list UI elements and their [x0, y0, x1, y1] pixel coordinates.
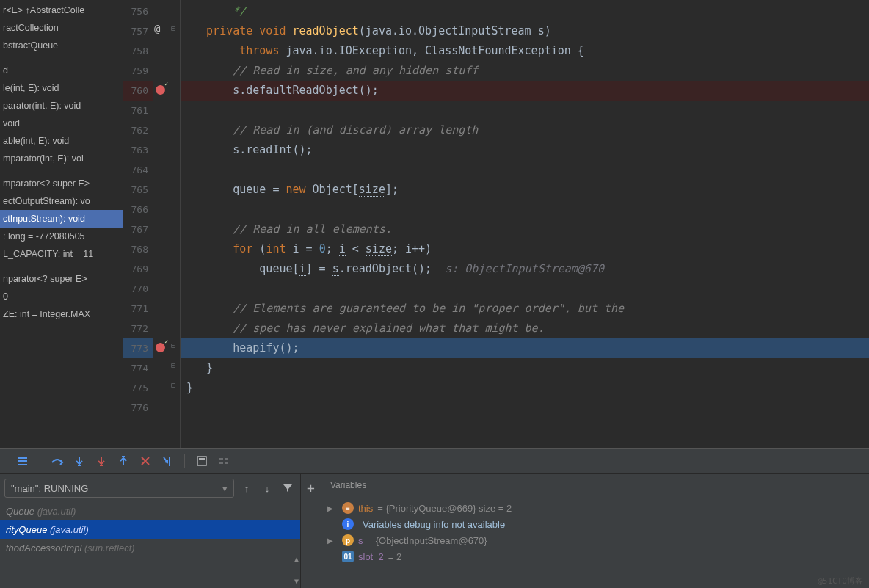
line-number[interactable]: 767 — [123, 219, 153, 239]
drop-frame-icon[interactable] — [136, 451, 155, 471]
structure-item[interactable]: 0 — [0, 288, 123, 305]
scroll-down-icon[interactable]: ▼ — [294, 577, 299, 585]
filter-frames-icon[interactable] — [280, 480, 296, 496]
variable-row[interactable]: 01slot_2 = 2 — [321, 548, 869, 565]
structure-item[interactable]: : long = -772080505 — [0, 228, 123, 245]
line-number[interactable]: 759 — [123, 61, 153, 81]
variable-row[interactable]: iVariables debug info not available — [321, 516, 869, 532]
line-number[interactable]: 758 — [123, 41, 153, 61]
fold-gutter[interactable]: ⊟⊟⊟⊟ — [169, 0, 181, 448]
expand-arrow-icon[interactable]: ▶ — [327, 504, 338, 512]
step-over-icon[interactable] — [48, 451, 67, 471]
frame-row-active[interactable]: rityQueue (java.util) — [0, 520, 300, 539]
trace-current-stream-chain-icon[interactable] — [214, 451, 233, 471]
structure-item[interactable]: mparator<? super E> — [0, 175, 123, 192]
debug-toolbar — [0, 448, 869, 474]
fold-toggle-icon[interactable]: ⊟ — [171, 341, 175, 349]
code-area[interactable]: */ private void readObject(java.io.Objec… — [181, 0, 869, 448]
svg-rect-11 — [219, 462, 223, 464]
code-comment: // Read in size, and any hidden stuff — [233, 64, 478, 77]
fold-toggle-icon[interactable]: ⊟ — [171, 361, 175, 369]
structure-item[interactable]: le(int, E): void — [0, 79, 123, 97]
structure-item[interactable]: L_CAPACITY: int = 11 — [0, 245, 123, 263]
line-number[interactable]: 769 — [123, 259, 153, 279]
structure-item[interactable] — [0, 263, 123, 270]
override-marker-icon[interactable]: @ — [154, 23, 160, 35]
line-number[interactable]: 775 — [123, 378, 153, 398]
code-comment: // Read in (and discard) array length — [233, 123, 478, 137]
line-number[interactable]: 756 — [123, 1, 153, 21]
variable-type-icon: p — [342, 534, 354, 546]
code-keyword: private — [206, 24, 252, 37]
structure-item[interactable]: ractCollection — [0, 19, 123, 37]
next-frame-icon[interactable]: ↓ — [259, 480, 275, 496]
code-editor[interactable]: 7567577587597607617627637647657667677687… — [123, 0, 869, 448]
line-number[interactable]: 762 — [123, 120, 153, 140]
line-number[interactable]: 771 — [123, 299, 153, 319]
code-text: (java.io.ObjectInputStream s) — [359, 24, 551, 37]
structure-item[interactable]: bstractQueue — [0, 37, 123, 54]
structure-item[interactable]: parator(int, E): void — [0, 97, 123, 115]
run-to-cursor-icon[interactable] — [158, 451, 177, 471]
line-number[interactable]: 766 — [123, 200, 153, 219]
line-number[interactable]: 761 — [123, 101, 153, 120]
line-number[interactable]: 764 — [123, 160, 153, 180]
structure-item[interactable]: ZE: int = Integer.MAX — [0, 305, 123, 323]
line-number[interactable]: 765 — [123, 180, 153, 200]
breakpoint-icon[interactable] — [156, 343, 165, 352]
line-number[interactable]: 772 — [123, 319, 153, 338]
line-number[interactable]: 763 — [123, 140, 153, 160]
line-number[interactable]: 760 — [123, 81, 153, 101]
line-number[interactable]: 773 — [123, 338, 153, 358]
variables-header: Variables — [321, 474, 869, 497]
line-number[interactable]: 776 — [123, 398, 153, 418]
variable-value: = {PriorityQueue@669} size = 2 — [377, 503, 512, 514]
breakpoint-gutter[interactable]: @ — [153, 0, 169, 448]
evaluate-expression-icon[interactable] — [192, 451, 211, 471]
structure-item[interactable]: ectOutputStream): vo — [0, 192, 123, 210]
fold-toggle-icon[interactable]: ⊟ — [171, 381, 175, 389]
structure-item[interactable]: nparator<? super E> — [0, 270, 123, 288]
new-watch-button[interactable]: + — [301, 474, 321, 588]
scroll-up-icon[interactable]: ▲ — [294, 555, 299, 563]
variable-row[interactable]: ▶ps = {ObjectInputStream@670} — [321, 532, 869, 548]
line-number[interactable]: 774 — [123, 358, 153, 378]
variables-pane[interactable]: Variables ▶≡this = {PriorityQueue@669} s… — [321, 474, 869, 588]
thread-selector[interactable]: "main": RUNNING ▾ — [4, 479, 234, 498]
step-into-icon[interactable] — [70, 451, 89, 471]
frames-list[interactable]: Queue (java.util) rityQueue (java.util) … — [0, 502, 300, 588]
structure-item[interactable] — [0, 54, 123, 62]
structure-item[interactable]: d — [0, 62, 123, 79]
prev-frame-icon[interactable]: ↑ — [239, 480, 255, 496]
line-number[interactable]: 770 — [123, 279, 153, 299]
force-step-into-icon[interactable] — [92, 451, 111, 471]
show-execution-point-icon[interactable] — [13, 451, 32, 471]
fold-toggle-icon[interactable]: ⊟ — [171, 24, 175, 32]
code-comment: // Read in all elements. — [233, 222, 392, 236]
code-keyword: void — [259, 24, 286, 37]
code-keyword: new — [286, 183, 305, 196]
frame-row[interactable]: thodAccessorImpl (sun.reflect) — [0, 539, 300, 557]
frames-pane[interactable]: "main": RUNNING ▾ ↑ ↓ Queue (java.util) … — [0, 474, 301, 588]
code-text: */ — [233, 4, 246, 18]
line-number[interactable]: 757 — [123, 21, 153, 41]
line-number-gutter[interactable]: 7567577587597607617627637647657667677687… — [123, 0, 153, 448]
code-method: readObject — [293, 24, 359, 37]
code-text: queue = — [233, 183, 286, 196]
code-text: ]; — [385, 183, 399, 196]
structure-item[interactable]: mparator(int, E): voi — [0, 150, 123, 167]
structure-item[interactable] — [0, 167, 123, 175]
structure-item-selected[interactable]: ctInputStream): void — [0, 210, 123, 228]
structure-view[interactable]: r<E> ↑AbstractColle ractCollection bstra… — [0, 0, 123, 448]
line-number[interactable]: 768 — [123, 239, 153, 259]
svg-rect-5 — [122, 456, 125, 457]
variable-row[interactable]: ▶≡this = {PriorityQueue@669} size = 2 — [321, 500, 869, 516]
svg-rect-0 — [18, 457, 27, 459]
structure-item[interactable]: void — [0, 115, 123, 132]
structure-item[interactable]: able(int, E): void — [0, 132, 123, 150]
frame-row[interactable]: Queue (java.util) — [0, 502, 300, 520]
step-out-icon[interactable] — [114, 451, 133, 471]
expand-arrow-icon[interactable]: ▶ — [327, 537, 338, 545]
breakpoint-icon[interactable] — [156, 85, 165, 95]
structure-item[interactable]: r<E> ↑AbstractColle — [0, 1, 123, 19]
